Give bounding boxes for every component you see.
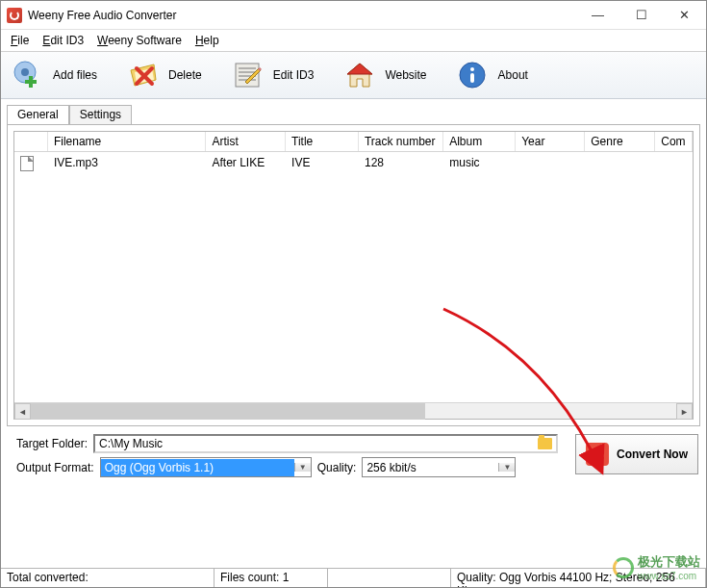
svg-rect-3 bbox=[25, 80, 37, 84]
convert-now-label: Convert Now bbox=[617, 447, 688, 461]
titlebar: Weeny Free Audio Converter — ☐ ✕ bbox=[1, 1, 706, 30]
svg-point-10 bbox=[470, 67, 474, 71]
target-folder-label: Target Folder: bbox=[16, 437, 88, 450]
toolbar-addfiles-label: Add files bbox=[53, 68, 97, 82]
target-folder-input[interactable]: C:\My Music bbox=[93, 434, 558, 453]
output-format-label: Output Format: bbox=[16, 461, 94, 474]
output-format-select[interactable]: Ogg (Ogg Vorbis 1.1) ▼ bbox=[100, 457, 312, 477]
col-filename[interactable]: Filename bbox=[48, 132, 207, 151]
toolbar-editid3-label: Edit ID3 bbox=[273, 68, 315, 82]
scroll-left-button[interactable]: ◄ bbox=[14, 403, 31, 420]
toolbar-about[interactable]: About bbox=[456, 60, 528, 90]
cell-com bbox=[655, 155, 693, 175]
col-artist[interactable]: Artist bbox=[206, 132, 286, 151]
editid3-icon bbox=[231, 60, 265, 90]
cell-title: IVE bbox=[286, 155, 359, 175]
window-title: Weeny Free Audio Converter bbox=[28, 9, 576, 22]
status-quality: Quality: Ogg Vorbis 44100 Hz; Stereo; 25… bbox=[451, 569, 706, 587]
col-album[interactable]: Album bbox=[443, 132, 516, 151]
about-icon bbox=[456, 60, 491, 90]
menu-file[interactable]: File bbox=[5, 32, 35, 49]
file-list-body[interactable]: IVE.mp3 After LIKE IVE 128 music bbox=[14, 152, 693, 402]
scroll-thumb[interactable] bbox=[31, 403, 425, 420]
cell-filename: IVE.mp3 bbox=[48, 155, 207, 175]
target-folder-value: C:\My Music bbox=[99, 437, 163, 450]
toolbar-addfiles[interactable]: Add files bbox=[11, 60, 97, 90]
window-close[interactable]: ✕ bbox=[663, 1, 706, 30]
horizontal-scrollbar[interactable]: ◄ ► bbox=[14, 402, 693, 419]
status-files-count: Files count: 1 bbox=[215, 569, 328, 587]
svg-rect-11 bbox=[470, 73, 474, 83]
col-title[interactable]: Title bbox=[286, 132, 359, 151]
website-icon bbox=[342, 60, 377, 90]
toolbar-delete-label: Delete bbox=[168, 68, 202, 82]
file-icon bbox=[20, 156, 34, 171]
col-icon[interactable] bbox=[14, 132, 48, 151]
status-spacer bbox=[328, 569, 451, 587]
browse-folder-icon[interactable] bbox=[538, 438, 552, 449]
table-row[interactable]: IVE.mp3 After LIKE IVE 128 music bbox=[14, 152, 693, 178]
quality-value: 256 kbit/s bbox=[363, 459, 498, 476]
convert-icon bbox=[586, 443, 609, 466]
chevron-down-icon: ▼ bbox=[294, 463, 311, 472]
app-icon bbox=[7, 8, 22, 23]
tab-panel: Filename Artist Title Track number Album… bbox=[7, 124, 700, 426]
col-genre[interactable]: Genre bbox=[585, 132, 655, 151]
toolbar: Add files Delete Edit ID3 Website About bbox=[1, 52, 706, 99]
scroll-right-button[interactable]: ► bbox=[676, 403, 693, 420]
cell-album: music bbox=[443, 155, 516, 175]
menu-help[interactable]: Help bbox=[189, 32, 225, 49]
file-list: Filename Artist Title Track number Album… bbox=[13, 131, 694, 420]
quality-select[interactable]: 256 kbit/s ▼ bbox=[362, 457, 516, 477]
output-format-value: Ogg (Ogg Vorbis 1.1) bbox=[101, 459, 294, 476]
svg-point-1 bbox=[21, 68, 29, 76]
convert-now-button[interactable]: Convert Now bbox=[575, 434, 698, 474]
menubar: File Edit ID3 Weeny Software Help bbox=[1, 30, 706, 52]
tab-settings[interactable]: Settings bbox=[69, 105, 132, 124]
col-tracknumber[interactable]: Track number bbox=[359, 132, 443, 151]
toolbar-delete[interactable]: Delete bbox=[126, 60, 202, 90]
tab-general[interactable]: General bbox=[7, 105, 69, 124]
cell-genre bbox=[585, 155, 655, 175]
col-year[interactable]: Year bbox=[516, 132, 585, 151]
tab-strip: General Settings bbox=[7, 105, 706, 124]
statusbar: Total converted: Files count: 1 Quality:… bbox=[1, 568, 706, 587]
menu-editid3[interactable]: Edit ID3 bbox=[37, 32, 89, 49]
window-maximize[interactable]: ☐ bbox=[619, 1, 663, 30]
cell-track: 128 bbox=[359, 155, 443, 175]
chevron-down-icon: ▼ bbox=[498, 463, 515, 472]
menu-weeny-software[interactable]: Weeny Software bbox=[91, 32, 188, 49]
window-minimize[interactable]: — bbox=[576, 1, 619, 30]
col-com[interactable]: Com bbox=[655, 132, 693, 151]
cell-artist: After LIKE bbox=[206, 155, 286, 175]
quality-label: Quality: bbox=[317, 461, 357, 474]
status-total-converted: Total converted: bbox=[1, 569, 215, 587]
file-list-header: Filename Artist Title Track number Album… bbox=[14, 132, 693, 152]
toolbar-website-label: Website bbox=[385, 68, 426, 82]
toolbar-website[interactable]: Website bbox=[342, 60, 426, 90]
toolbar-about-label: About bbox=[498, 68, 528, 82]
addfiles-icon bbox=[11, 60, 45, 90]
toolbar-editid3[interactable]: Edit ID3 bbox=[231, 60, 315, 90]
cell-year bbox=[516, 155, 585, 175]
delete-icon bbox=[126, 60, 161, 90]
